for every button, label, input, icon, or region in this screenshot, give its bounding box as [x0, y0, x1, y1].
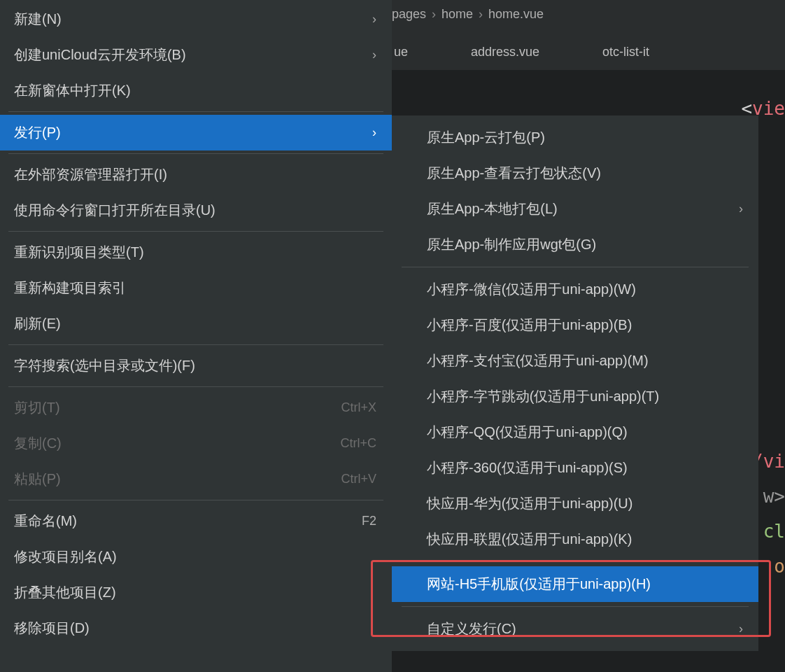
menu-separator — [8, 153, 383, 154]
breadcrumb: pages › home › home.vue — [392, 7, 544, 22]
chevron-right-icon: › — [372, 12, 376, 27]
menu-label: 修改项目别名(A) — [14, 547, 117, 566]
submenu-local-pack[interactable]: 原生App-本地打包(L)› — [392, 191, 758, 227]
submenu-mp-360[interactable]: 小程序-360(仅适用于uni-app)(S) — [392, 450, 758, 486]
menu-label: 粘贴(P) — [14, 470, 61, 489]
menu-separator — [402, 561, 749, 562]
menu-publish[interactable]: 发行(P) › — [0, 115, 392, 150]
menu-label: 在外部资源管理器打开(I) — [14, 165, 167, 184]
menu-label: 重新识别项目类型(T) — [14, 243, 144, 262]
menu-separator — [8, 500, 383, 500]
menu-search[interactable]: 字符搜索(选中目录或文件)(F) — [0, 348, 392, 384]
submenu-quick-huawei[interactable]: 快应用-华为(仅适用于uni-app)(U) — [392, 486, 758, 522]
submenu-label: 小程序-360(仅适用于uni-app)(S) — [427, 458, 628, 477]
shortcut: Ctrl+X — [341, 400, 376, 415]
menu-unicloud[interactable]: 创建uniCloud云开发环境(B) › — [0, 37, 392, 73]
menu-separator — [402, 267, 749, 267]
publish-submenu: 原生App-云打包(P) 原生App-查看云打包状态(V) 原生App-本地打包… — [392, 115, 758, 651]
code-text: cl — [763, 521, 785, 542]
menu-cmdline[interactable]: 使用命令行窗口打开所在目录(U) — [0, 192, 392, 228]
chevron-right-icon: › — [739, 202, 743, 216]
code-text: o — [774, 556, 785, 577]
submenu-wgt[interactable]: 原生App-制作应用wgt包(G) — [392, 227, 758, 262]
submenu-label: 小程序-QQ(仅适用于uni-app)(Q) — [427, 423, 628, 442]
menu-label: 字符搜索(选中目录或文件)(F) — [14, 356, 195, 375]
breadcrumb-item[interactable]: home — [441, 7, 473, 22]
menu-separator — [8, 111, 383, 112]
menu-rename[interactable]: 重命名(M) F2 — [0, 503, 392, 539]
shortcut: F2 — [362, 514, 376, 528]
submenu-label: 小程序-支付宝(仅适用于uni-app)(M) — [427, 351, 649, 370]
submenu-label: 原生App-制作应用wgt包(G) — [427, 235, 596, 254]
submenu-cloud-pack[interactable]: 原生App-云打包(P) — [392, 120, 758, 155]
chevron-right-icon: › — [372, 125, 376, 140]
menu-separator — [8, 386, 383, 387]
menu-label: 在新窗体中打开(K) — [14, 81, 131, 100]
submenu-label: 原生App-本地打包(L) — [427, 200, 558, 218]
chevron-right-icon: › — [739, 622, 743, 636]
menu-fold[interactable]: 折叠其他项目(Z) — [0, 575, 392, 610]
shortcut: Ctrl+V — [341, 472, 376, 486]
submenu-mp-qq[interactable]: 小程序-QQ(仅适用于uni-app)(Q) — [392, 414, 758, 450]
menu-cut: 剪切(T) Ctrl+X — [0, 390, 392, 426]
menu-label: 折叠其他项目(Z) — [14, 583, 116, 602]
submenu-label: 自定义发行(C) — [427, 620, 516, 638]
menu-label: 新建(N) — [14, 10, 62, 29]
submenu-label: 小程序-百度(仅适用于uni-app)(B) — [427, 316, 632, 335]
menu-explorer[interactable]: 在外部资源管理器打开(I) — [0, 157, 392, 192]
submenu-label: 小程序-字节跳动(仅适用于uni-app)(T) — [427, 387, 659, 406]
submenu-mp-baidu[interactable]: 小程序-百度(仅适用于uni-app)(B) — [392, 307, 758, 343]
submenu-quick-union[interactable]: 快应用-联盟(仅适用于uni-app)(K) — [392, 522, 758, 557]
context-menu: 新建(N) › 创建uniCloud云开发环境(B) › 在新窗体中打开(K) … — [0, 0, 392, 672]
code-text: w> — [763, 486, 785, 507]
submenu-label: 原生App-云打包(P) — [427, 128, 545, 147]
menu-label: 复制(C) — [14, 434, 62, 453]
menu-label: 重新构建项目索引 — [14, 279, 126, 298]
menu-label: 发行(P) — [14, 123, 61, 142]
submenu-custom[interactable]: 自定义发行(C)› — [392, 611, 758, 647]
menu-reindex[interactable]: 重新构建项目索引 — [0, 270, 392, 306]
menu-label: 刷新(E) — [14, 314, 61, 333]
editor-tabs: ue address.vue otc-list-it — [388, 35, 655, 69]
submenu-label: 快应用-华为(仅适用于uni-app)(U) — [427, 494, 632, 513]
menu-label: 剪切(T) — [14, 398, 60, 417]
menu-alias[interactable]: 修改项目别名(A) — [0, 539, 392, 575]
tab[interactable]: address.vue — [471, 45, 539, 59]
menu-paste: 粘贴(P) Ctrl+V — [0, 461, 392, 497]
chevron-right-icon: › — [479, 7, 483, 22]
submenu-mp-bytedance[interactable]: 小程序-字节跳动(仅适用于uni-app)(T) — [392, 379, 758, 414]
shortcut: Ctrl+C — [340, 436, 376, 451]
breadcrumb-item[interactable]: pages — [392, 7, 426, 22]
menu-reidentify[interactable]: 重新识别项目类型(T) — [0, 234, 392, 270]
menu-separator — [8, 344, 383, 345]
menu-open-window[interactable]: 在新窗体中打开(K) — [0, 73, 392, 108]
menu-label: 创建uniCloud云开发环境(B) — [14, 46, 186, 64]
menu-separator — [8, 231, 383, 232]
menu-label: 使用命令行窗口打开所在目录(U) — [14, 201, 215, 220]
menu-label: 重命名(M) — [14, 512, 77, 531]
menu-new[interactable]: 新建(N) › — [0, 1, 392, 37]
menu-refresh[interactable]: 刷新(E) — [0, 306, 392, 342]
menu-remove[interactable]: 移除项目(D) — [0, 610, 392, 646]
submenu-h5[interactable]: 网站-H5手机版(仅适用于uni-app)(H) — [392, 566, 758, 602]
tab[interactable]: ue — [394, 45, 408, 59]
chevron-right-icon: › — [432, 7, 436, 22]
menu-separator — [402, 606, 749, 607]
submenu-label: 原生App-查看云打包状态(V) — [427, 164, 601, 183]
tab[interactable]: otc-list-it — [602, 45, 649, 59]
menu-label: 移除项目(D) — [14, 619, 90, 638]
submenu-label: 小程序-微信(仅适用于uni-app)(W) — [427, 280, 636, 299]
submenu-mp-alipay[interactable]: 小程序-支付宝(仅适用于uni-app)(M) — [392, 343, 758, 379]
submenu-cloud-status[interactable]: 原生App-查看云打包状态(V) — [392, 155, 758, 191]
chevron-right-icon: › — [372, 48, 376, 62]
submenu-label: 快应用-联盟(仅适用于uni-app)(K) — [427, 530, 632, 549]
submenu-label: 网站-H5手机版(仅适用于uni-app)(H) — [427, 575, 651, 594]
menu-copy: 复制(C) Ctrl+C — [0, 426, 392, 461]
breadcrumb-item[interactable]: home.vue — [488, 7, 544, 22]
submenu-mp-wechat[interactable]: 小程序-微信(仅适用于uni-app)(W) — [392, 272, 758, 307]
